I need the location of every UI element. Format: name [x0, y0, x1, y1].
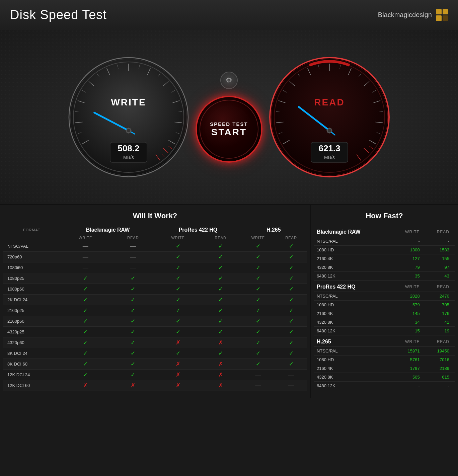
svg-text:READ: READ [314, 97, 345, 107]
format-cell: 2160p25 [3, 305, 60, 316]
check-icon: ✓ [218, 243, 223, 249]
start-button[interactable]: SPEED TEST START [196, 96, 262, 163]
will-table-row: 12K DCI 24✓✓✗✗—— [3, 370, 307, 380]
value-cell: ✓ [60, 316, 111, 327]
value-cell: ✓ [241, 273, 276, 284]
value-cell: ✓ [276, 295, 307, 305]
settings-button[interactable]: ⚙ [220, 72, 238, 89]
value-cell: ✓ [110, 316, 155, 327]
value-cell: ✗ [155, 380, 201, 391]
value-cell: ✓ [241, 252, 276, 262]
value-cell: ✓ [155, 327, 201, 337]
dash-icon: — [288, 372, 294, 378]
check-icon: ✓ [83, 275, 88, 282]
check-icon: ✓ [176, 275, 180, 282]
value-cell: ✓ [241, 348, 276, 359]
check-icon: ✓ [218, 264, 223, 271]
write-value: 15 [391, 327, 423, 335]
cross-icon: ✗ [218, 382, 223, 389]
prores-read-header: READ [201, 234, 241, 241]
how-fast-table: Blackmagic RAWWRITEREADNTSC/PAL--1080 HD… [314, 226, 455, 390]
format-label: 4320 8K [314, 263, 391, 272]
check-icon: ✓ [289, 339, 294, 346]
will-table-row: 4320p60✓✓✗✗✓✓ [3, 337, 307, 348]
check-icon: ✓ [131, 372, 135, 378]
write-header: WRITE [391, 226, 423, 237]
check-icon: ✓ [176, 286, 180, 292]
value-cell: ✓ [60, 359, 111, 370]
write-gauge-container: WRITE 508.2 MB/s [65, 54, 192, 181]
will-table-row: 12K DCI 60✗✗✗✗—— [3, 380, 307, 391]
check-icon: ✓ [176, 297, 180, 303]
value-cell: ✓ [276, 241, 307, 252]
check-icon: ✓ [218, 318, 223, 324]
value-cell: ✗ [155, 359, 201, 370]
read-value: 19450 [423, 347, 455, 355]
value-cell: ✓ [155, 273, 201, 284]
value-cell: ✓ [60, 327, 111, 337]
read-value: - [423, 237, 455, 246]
value-cell: ✓ [60, 273, 111, 284]
write-value: 2028 [391, 292, 423, 301]
dash-icon: — [288, 382, 294, 389]
format-cell: 1080p25 [3, 273, 60, 284]
value-cell: ✓ [241, 262, 276, 273]
center-section: ⚙ SPEED TEST START [196, 72, 262, 163]
will-table-row: 2K DCI 24✓✓✓✓✓✓ [3, 295, 307, 305]
value-cell: ✓ [155, 241, 201, 252]
write-value: 79 [391, 263, 423, 272]
title-bar: Disk Speed Test Blackmagicdesign [0, 0, 458, 30]
write-value: 145 [391, 309, 423, 318]
value-cell: ✓ [60, 295, 111, 305]
check-icon: ✓ [176, 329, 180, 335]
format-label: 6480 12K [314, 272, 391, 281]
check-icon: ✓ [131, 275, 135, 282]
value-cell: ✓ [60, 370, 111, 380]
h265-read-header: READ [276, 234, 307, 241]
check-icon: ✓ [83, 350, 88, 356]
how-fast-data-row: 4320 8K505615 [314, 373, 455, 382]
value-cell: ✗ [201, 337, 241, 348]
value-cell: — [276, 370, 307, 380]
write-value: - [391, 382, 423, 390]
how-fast-data-row: NTSC/PAL1597119450 [314, 347, 455, 355]
dash-icon: — [130, 243, 136, 249]
check-icon: ✓ [256, 286, 260, 292]
sub-header-row: WRITE READ WRITE READ WRITE READ [3, 234, 307, 241]
value-cell: ✓ [110, 273, 155, 284]
check-icon: ✓ [218, 350, 223, 356]
value-cell: ✓ [155, 305, 201, 316]
brand-icon-cell-1 [436, 9, 442, 15]
cross-icon: ✗ [218, 372, 223, 378]
check-icon: ✓ [83, 318, 88, 324]
format-cell: 2K DCI 24 [3, 295, 60, 305]
value-cell: ✓ [201, 295, 241, 305]
read-value: 7016 [423, 355, 455, 364]
format-cell: 12K DCI 60 [3, 380, 60, 391]
how-fast-data-row: NTSC/PAL20282470 [314, 292, 455, 301]
will-it-work-title: Will It Work? [3, 212, 307, 220]
value-cell: ✓ [276, 327, 307, 337]
value-cell: ✓ [155, 348, 201, 359]
value-cell: ✓ [201, 241, 241, 252]
value-cell: ✓ [155, 316, 201, 327]
how-fast-data-row: 2160 4K145176 [314, 309, 455, 318]
read-value: - [423, 382, 455, 390]
check-icon: ✓ [289, 350, 294, 356]
format-cell: NTSC/PAL [3, 241, 60, 252]
how-fast-data-row: 4320 8K7997 [314, 263, 455, 272]
value-cell: ✓ [110, 359, 155, 370]
codec-label: Blackmagic RAW [314, 226, 391, 237]
brand-logo: Blackmagicdesign [378, 9, 448, 21]
check-icon: ✓ [256, 243, 260, 249]
format-cell: 8K DCI 24 [3, 348, 60, 359]
will-table-row: NTSC/PAL——✓✓✓✓ [3, 241, 307, 252]
write-header: WRITE [391, 281, 423, 292]
check-icon: ✓ [289, 275, 294, 282]
prores-write-header: WRITE [155, 234, 201, 241]
value-cell: ✓ [276, 262, 307, 273]
check-icon: ✓ [289, 254, 294, 260]
check-icon: ✓ [289, 318, 294, 324]
cross-icon: ✗ [176, 372, 180, 378]
braw-write-header: WRITE [60, 234, 111, 241]
